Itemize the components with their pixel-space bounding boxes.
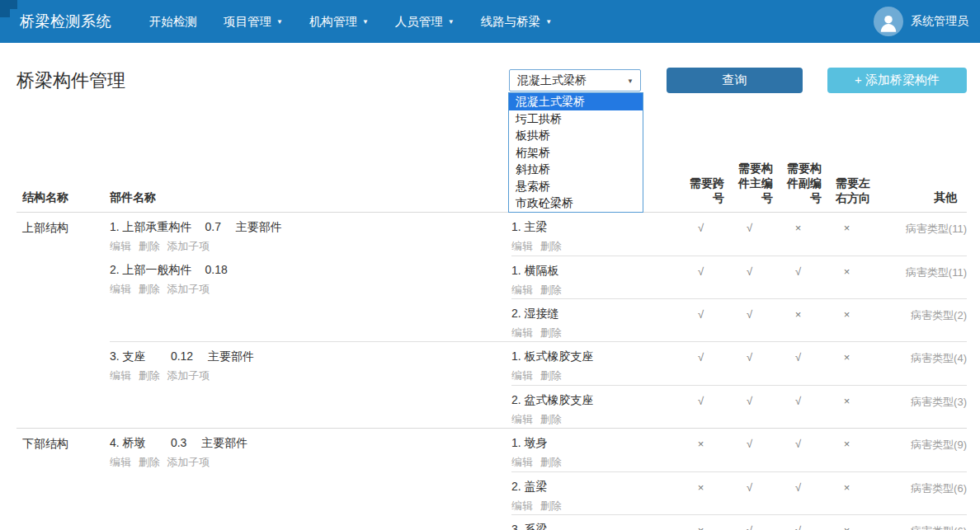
nav-label: 人员管理: [395, 14, 443, 30]
construct-name: 1. 主梁: [511, 220, 676, 235]
edit-link[interactable]: 编辑: [511, 284, 533, 296]
delete-link[interactable]: 删除: [540, 240, 562, 252]
construct-name: 2. 盖梁: [511, 480, 676, 495]
flag-sub-number: ×: [774, 299, 822, 341]
flag-direction: ×: [822, 386, 871, 428]
flag-span-number: √: [676, 213, 725, 256]
construct-row: 1. 横隔板 编辑 删除 √ √ √ × 病害类型(11): [511, 256, 967, 298]
bridge-type-dropdown-list: 混凝土式梁桥 圬工拱桥 板拱桥 桁架桥 斜拉桥 悬索桥 市政砼梁桥: [508, 92, 643, 213]
dropdown-option-slab-arch-bridge[interactable]: 板拱桥: [509, 127, 643, 144]
nav-start-inspection[interactable]: 开始检测: [138, 14, 209, 30]
bridge-type-select[interactable]: 混凝土式梁桥 ▼: [509, 69, 641, 91]
chevron-down-icon: ▼: [448, 18, 455, 26]
query-button[interactable]: 查询: [667, 68, 803, 93]
construct-row: 2. 盖梁 编辑 删除 × √ √ × 病害类型(6): [511, 471, 967, 514]
flag-sub-number: √: [774, 515, 822, 530]
edit-link[interactable]: 编辑: [511, 326, 533, 339]
flag-main-number: √: [725, 342, 774, 385]
flag-main-number: √: [725, 213, 774, 256]
dropdown-option-truss-bridge[interactable]: 桁架桥: [509, 144, 643, 162]
nav-project-management[interactable]: 项目管理 ▼: [212, 14, 294, 30]
construct-name: 2. 盆式橡胶支座: [511, 393, 676, 408]
delete-link[interactable]: 删除: [540, 369, 562, 382]
construct-name: 1. 板式橡胶支座: [511, 349, 676, 364]
part-weight: 0.12: [171, 349, 193, 363]
delete-link[interactable]: 删除: [540, 326, 562, 339]
app-title[interactable]: 桥梁检测系统: [20, 12, 111, 31]
part-name: 1. 上部承重构件: [110, 220, 192, 235]
disease-type-link[interactable]: 病害类型(6): [911, 482, 967, 495]
flag-sub-number: √: [774, 386, 822, 428]
edit-link[interactable]: 编辑: [511, 413, 533, 425]
flag-span-number: ×: [676, 429, 725, 471]
header-need-main-number: 需要构 件主编 号: [725, 161, 774, 205]
table-header-row: 结构名称 部件名称 需要跨 号 需要构 件主编 号 需要构 件副编 号 需要左 …: [16, 162, 967, 213]
header-need-direction: 需要左 右方向: [822, 176, 871, 205]
delete-link[interactable]: 删除: [139, 240, 160, 252]
flag-main-number: √: [725, 429, 774, 471]
flag-span-number: ×: [676, 515, 725, 530]
edit-link[interactable]: 编辑: [511, 500, 533, 512]
construct-row: 2. 湿接缝 编辑 删除 √ √ × × 病害类型(2): [511, 298, 967, 341]
avatar[interactable]: [874, 7, 903, 36]
dropdown-option-masonry-arch-bridge[interactable]: 圬工拱桥: [509, 110, 643, 128]
table-section-substructure: 下部结构 4. 桥墩 0.3 主要部件 编辑 删除 添加子项: [16, 428, 967, 530]
construct-row: 2. 盆式橡胶支座 编辑 删除 √ √ √ × 病害类型(3): [511, 385, 967, 428]
edit-link[interactable]: 编辑: [511, 240, 533, 252]
flag-main-number: √: [725, 299, 774, 341]
add-bridge-component-button[interactable]: + 添加桥梁构件: [827, 68, 967, 93]
part-name: 2. 上部一般构件: [110, 263, 192, 278]
disease-type-link[interactable]: 病害类型(2): [911, 309, 967, 321]
disease-type-link[interactable]: 病害类型(9): [911, 439, 967, 451]
part-row: 1. 上部承重构件 0.7 主要部件 编辑 删除 添加子项 1. 主梁: [110, 213, 967, 256]
disease-type-link[interactable]: 病害类型(6): [911, 525, 967, 530]
dropdown-option-cable-stayed-bridge[interactable]: 斜拉桥: [509, 161, 643, 178]
delete-link[interactable]: 删除: [139, 283, 160, 295]
nav-personnel-management[interactable]: 人员管理 ▼: [384, 14, 466, 30]
nav-label: 开始检测: [149, 14, 197, 30]
part-row: 3. 支座 0.12 主要部件 编辑 删除 添加子项 1. 板式橡胶支座: [110, 341, 967, 428]
part-row: 4. 桥墩 0.3 主要部件 编辑 删除 添加子项 1. 墩身: [110, 429, 967, 530]
dropdown-option-municipal-concrete-beam-bridge[interactable]: 市政砼梁桥: [509, 195, 643, 212]
disease-type-link[interactable]: 病害类型(4): [911, 352, 967, 364]
construct-row: 1. 主梁 编辑 删除 √ √ × × 病害类型(11): [511, 213, 967, 256]
delete-link[interactable]: 删除: [540, 500, 562, 512]
nav-lines-and-bridges[interactable]: 线路与桥梁 ▼: [469, 14, 563, 30]
table-section-superstructure: 上部结构 1. 上部承重构件 0.7 主要部件 编辑 删除 添加子项: [16, 213, 967, 428]
person-icon: [878, 12, 899, 34]
flag-span-number: ×: [676, 472, 725, 514]
edit-link[interactable]: 编辑: [511, 369, 533, 382]
flag-sub-number: ×: [774, 213, 822, 256]
edit-link[interactable]: 编辑: [110, 283, 131, 295]
structure-name: 下部结构: [16, 429, 110, 530]
header-need-span-number: 需要跨 号: [676, 176, 725, 205]
dropdown-option-concrete-beam-bridge[interactable]: 混凝土式梁桥: [509, 93, 643, 110]
nav-organization-management[interactable]: 机构管理 ▼: [298, 14, 380, 30]
delete-link[interactable]: 删除: [540, 413, 562, 425]
disease-type-link[interactable]: 病害类型(11): [906, 266, 967, 279]
add-child-link[interactable]: 添加子项: [167, 456, 210, 468]
dropdown-option-suspension-bridge[interactable]: 悬索桥: [509, 178, 643, 195]
edit-link[interactable]: 编辑: [110, 369, 131, 382]
construct-name: 1. 墩身: [511, 436, 676, 451]
component-table: 结构名称 部件名称 需要跨 号 需要构 件主编 号 需要构 件副编 号 需要左 …: [16, 162, 967, 530]
top-navbar: 桥梁检测系统 开始检测 项目管理 ▼ 机构管理 ▼ 人员管理 ▼ 线路与桥梁 ▼: [0, 0, 980, 43]
disease-type-link[interactable]: 病害类型(3): [911, 396, 967, 408]
delete-link[interactable]: 删除: [139, 456, 160, 468]
part-row: 2. 上部一般构件 0.18 编辑 删除 添加子项 1. 横隔板: [110, 256, 967, 341]
delete-link[interactable]: 删除: [540, 284, 562, 296]
disease-type-link[interactable]: 病害类型(11): [906, 223, 967, 235]
flag-direction: ×: [822, 342, 871, 385]
flag-direction: ×: [822, 472, 871, 514]
flag-main-number: √: [725, 515, 774, 530]
add-child-link[interactable]: 添加子项: [167, 283, 210, 295]
delete-link[interactable]: 删除: [139, 369, 160, 382]
edit-link[interactable]: 编辑: [511, 456, 533, 468]
edit-link[interactable]: 编辑: [110, 240, 131, 252]
part-type: 主要部件: [201, 436, 247, 449]
add-child-link[interactable]: 添加子项: [167, 369, 210, 382]
edit-link[interactable]: 编辑: [110, 456, 131, 468]
add-child-link[interactable]: 添加子项: [167, 240, 210, 252]
flag-span-number: √: [676, 386, 725, 428]
delete-link[interactable]: 删除: [540, 456, 562, 468]
